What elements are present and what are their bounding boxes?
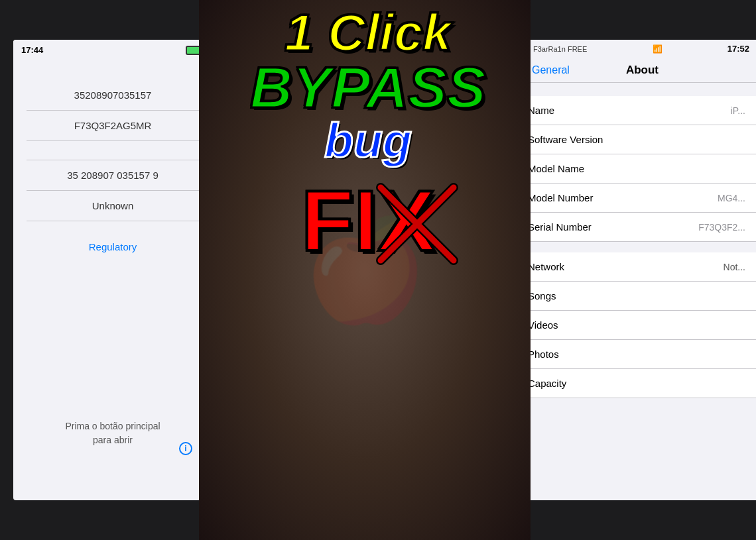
settings-list[interactable]: Name iP... Software Version Model Name M… bbox=[517, 83, 756, 490]
phone-left-screen: 17:44 35208907035157 F73Q3F2AG5MR 35 208… bbox=[13, 40, 212, 500]
phone-right-screen: ▲ F3arRa1n FREE 📶 17:52 ‹ General About … bbox=[517, 40, 756, 500]
network-value: Not... bbox=[724, 262, 745, 272]
capacity-label: Capacity bbox=[528, 378, 566, 389]
navigation-bar: ‹ General About bbox=[517, 58, 756, 83]
title-overlay: 1 Click BYPASS bug FI X bbox=[192, 0, 544, 264]
regulatory-link[interactable]: Regulatory bbox=[27, 232, 199, 262]
imei-row: 35208907035157 bbox=[27, 80, 199, 111]
capacity-row: Capacity bbox=[517, 369, 756, 398]
phone-right-status-bar: ▲ F3arRa1n FREE 📶 17:52 bbox=[517, 40, 756, 58]
serial-row: F73Q3F2AG5MR bbox=[27, 111, 199, 141]
name-row: Name iP... bbox=[517, 96, 756, 125]
title-bug: bug bbox=[324, 117, 412, 164]
songs-label: Songs bbox=[528, 290, 556, 301]
info-circle-icon[interactable]: i bbox=[179, 442, 192, 455]
unknown-row: Unknown bbox=[27, 191, 199, 221]
software-version-row: Software Version bbox=[517, 125, 756, 154]
model-number-value: MG4... bbox=[718, 193, 745, 203]
photos-label: Photos bbox=[528, 349, 559, 360]
empty-row bbox=[27, 141, 199, 160]
title-bypass: BYPASS bbox=[250, 58, 485, 117]
phone-left-time: 17:44 bbox=[21, 45, 43, 55]
title-fix: FI X bbox=[301, 178, 435, 264]
title-1click: 1 Click bbox=[284, 7, 451, 58]
phone-left-status-bar: 17:44 bbox=[13, 40, 212, 60]
photos-row: Photos bbox=[517, 340, 756, 369]
name-value: iP... bbox=[731, 105, 745, 116]
network-row: Network Not... bbox=[517, 252, 756, 282]
about-info-group: Name iP... Software Version Model Name M… bbox=[517, 96, 756, 398]
phone-right-time: 17:52 bbox=[727, 44, 749, 54]
nav-title: About bbox=[570, 64, 715, 77]
fix-fi-text: FI bbox=[301, 172, 378, 269]
videos-row: Videos bbox=[517, 311, 756, 340]
model-number-row: Model Number MG4... bbox=[517, 184, 756, 213]
model-name-row: Model Name bbox=[517, 154, 756, 184]
imei2-row: 35 208907 035157 9 bbox=[27, 160, 199, 191]
songs-row: Songs bbox=[517, 282, 756, 311]
fix-x-container: X bbox=[377, 178, 435, 264]
videos-label: Videos bbox=[528, 319, 558, 331]
wifi-icon: 📶 bbox=[653, 44, 662, 54]
x-cross-svg bbox=[374, 181, 460, 267]
bottom-instruction-text: Prima o botão principal para abrir bbox=[27, 419, 199, 447]
serial-number-row: Serial Number F73Q3F2... bbox=[517, 213, 756, 242]
serial-number-value: F73Q3F2... bbox=[698, 222, 745, 233]
phone-left: 17:44 35208907035157 F73Q3F2AG5MR 35 208… bbox=[0, 0, 225, 540]
